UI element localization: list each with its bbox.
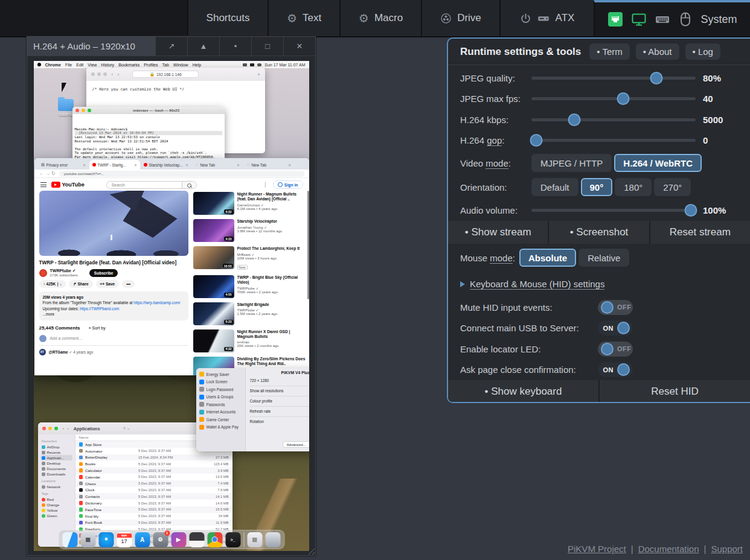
chrome-tab: New Tab × (243, 160, 294, 170)
channel-subscribers: 173K subscribers (50, 273, 78, 277)
atx-case-icon (537, 13, 550, 24)
dock-media-icon: ▶ (171, 532, 186, 547)
video-mode-option[interactable]: MJPEG / HTTP (531, 154, 612, 172)
show-keyboard-button[interactable]: • Show keyboard (448, 380, 598, 403)
show-stream-button[interactable]: • Show stream (448, 221, 548, 244)
commenter-avatar: RT (39, 349, 46, 355)
stream-collapse-button[interactable]: ▲ (187, 37, 219, 56)
toggle-switch[interactable]: OFF (598, 300, 633, 315)
sidebar-section-header: Locations (42, 479, 72, 483)
nav-item-system[interactable]: System (594, 0, 750, 36)
stream-expand-button[interactable]: ↗ (155, 37, 187, 56)
suggested-video: 4:55 TWRP - Bright Blue Sky (Official Vi… (193, 275, 306, 298)
slider-thumb[interactable] (650, 72, 662, 84)
nav-item-shortcuts[interactable]: Shortcuts (187, 0, 268, 36)
video-thumbnail: 4:33 (193, 219, 234, 242)
nav-item-drive[interactable]: Drive (421, 0, 499, 36)
dock-safari-icon (98, 532, 114, 547)
orientation-option[interactable]: 270° (654, 178, 691, 196)
subscribe-button: Subscribe (89, 269, 118, 277)
video-mode-option[interactable]: H.264 / WebRTC (614, 154, 702, 172)
slider-label: H.264 gop: (460, 135, 531, 145)
suggested-title: Night Runner - Magnum Bullets (feat. Dan… (237, 192, 306, 202)
favicon (195, 163, 199, 167)
orientation-option[interactable]: 90° (581, 178, 613, 196)
slider-thumb[interactable] (684, 204, 697, 217)
term-button[interactable]: • Term (589, 43, 629, 60)
file-size: 13.5 MB (194, 475, 229, 479)
toggle-switch[interactable]: ON (598, 362, 633, 377)
finder-tag-item: Yellow (40, 508, 72, 513)
file-name: Dictionary (85, 501, 138, 505)
suggested-video: 4:33 Starship Velociraptor Jonathan Youn… (193, 219, 306, 242)
sidebar-section-header: Favourites (42, 439, 72, 443)
settings-sidebar-item: Energy Saver (199, 372, 242, 377)
support-link[interactable]: Support (711, 544, 743, 554)
player-art (39, 243, 188, 256)
settings-sidebar-item: Lock Screen (199, 380, 242, 384)
slider-control[interactable] (531, 134, 696, 147)
sidebar-item-label: Applicati... (47, 456, 65, 460)
log-button[interactable]: • Log (685, 43, 720, 60)
remote-desktop-stream[interactable]: ChromeFileEditViewHistoryBookmarksProfil… (34, 61, 309, 551)
file-date: 5 Dec 2023, 9:37 AM (138, 462, 194, 466)
nav-item-text[interactable]: ⚙ Text (268, 0, 339, 36)
slider-control[interactable] (531, 72, 696, 84)
slider-thumb[interactable] (530, 134, 543, 147)
close-icon: ✕ (296, 42, 303, 51)
stream-maximize-button[interactable]: □ (251, 37, 283, 56)
channel-name: TWRPtube ✓ (50, 269, 78, 273)
hid-settings-link[interactable]: Keyboard & Mouse (HID) settings (470, 279, 604, 290)
chrome-window: Privacy error × TWRP - Starlig... × Star (34, 158, 309, 375)
mouse-mode-option[interactable]: Absolute (519, 249, 576, 267)
terminal-titlebar: mdevaev — -bash — 80x23 (72, 107, 225, 114)
reset-hid-button[interactable]: Reset HID (600, 380, 750, 403)
safari-forward-icon: › (118, 72, 119, 77)
file-name: Font Book (85, 520, 138, 524)
safari-content: /* Here you can customize the Web UI */ (86, 81, 265, 98)
file-date: 5 Dec 2023, 9:37 AM (138, 449, 194, 453)
stream-actions-row: • Show stream • Screenshot Reset stream (448, 221, 750, 244)
power-icon (520, 13, 531, 24)
orientation-option[interactable]: 180° (615, 178, 652, 196)
settings-item-label: Passwords (207, 402, 225, 407)
suggested-video: 16:53 Protect The Lamborghini, Keep It M… (193, 246, 306, 271)
description-more: ...more (43, 311, 185, 317)
runtime-settings-panel: Runtime settings & tools • Term • About … (447, 37, 750, 403)
youtube-main-column: TWRP - Starlight Brigade (feat. Dan Avid… (39, 191, 188, 355)
file-date: 5 Dec 2023, 9:37 AM (138, 488, 194, 492)
slider-thumb[interactable] (568, 113, 580, 126)
dock-calendar-icon: MAR 17 (117, 532, 132, 547)
sidebar-item-label: Downloads (47, 472, 66, 476)
nav-shortcuts-label: Shortcuts (207, 12, 250, 24)
settings-sidebar-item: Game Center (199, 417, 242, 422)
display-resolution: 720 × 1280 (250, 378, 309, 383)
video-thumbnail: 5:23 (193, 302, 234, 325)
mouse-mode-option[interactable]: Relative (579, 249, 629, 267)
nav-item-atx[interactable]: ATX (499, 0, 594, 36)
terminal-output: Maxims-Mac-mini:~ mdevaev$ [Restored 13 … (72, 114, 225, 159)
stream-close-button[interactable]: ✕ (283, 37, 315, 56)
slider-control[interactable] (531, 113, 696, 126)
about-button[interactable]: • About (636, 43, 679, 60)
terminal-line: To update your account to use zsh, pleas… (75, 151, 222, 155)
slider-thumb[interactable] (617, 92, 630, 105)
audio-volume-slider[interactable] (531, 204, 696, 217)
toggle-switch[interactable]: OFF (598, 342, 633, 357)
panel-title: Runtime settings & tools (460, 46, 581, 58)
video-duration: 4:32 (224, 209, 232, 214)
finder-file-row: Calendar 5 Dec 2023, 9:37 AM 13.5 MB (75, 474, 232, 480)
pikvm-project-link[interactable]: PiKVM Project (568, 544, 626, 554)
maximize-icon: □ (265, 42, 270, 51)
orientation-option[interactable]: Default (531, 178, 579, 196)
slider-control[interactable] (531, 92, 696, 105)
stream-dot-button[interactable]: • (219, 37, 251, 56)
toggle-switch[interactable]: ON (598, 320, 633, 336)
documentation-link[interactable]: Documentation (638, 544, 699, 554)
finder-file-row: Calculator 5 Dec 2023, 9:37 AM 3.9 MB (75, 467, 232, 474)
settings-row: Show all resolutions (250, 386, 309, 393)
screenshot-button[interactable]: • Screenshot (549, 221, 649, 244)
reset-stream-button[interactable]: Reset stream (650, 221, 750, 244)
settings-item-icon (199, 410, 204, 415)
nav-item-macro[interactable]: ⚙ Macro (339, 0, 421, 36)
